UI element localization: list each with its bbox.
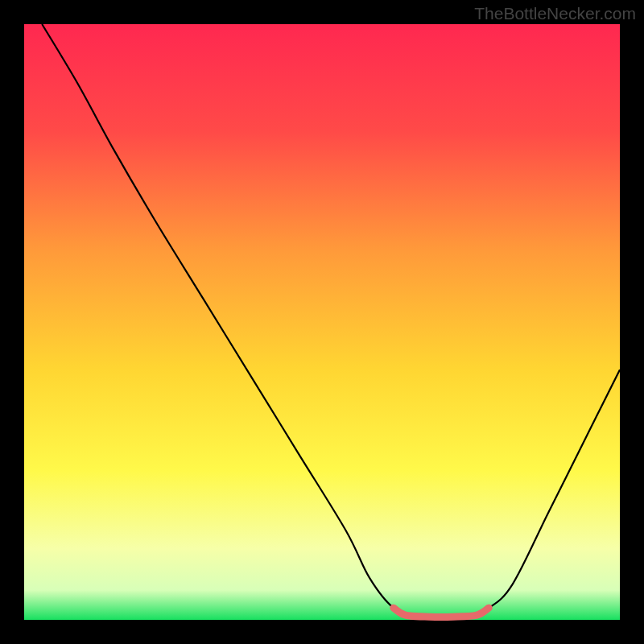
bottleneck-chart: TheBottleNecker.com [0,0,644,644]
plot-area [24,24,620,620]
watermark-text: TheBottleNecker.com [474,4,636,23]
chart-svg [0,0,644,644]
